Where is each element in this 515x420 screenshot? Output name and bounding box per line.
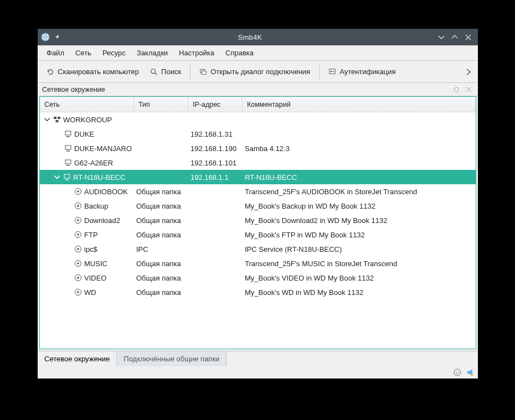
svg-point-18 [77,190,79,193]
expand-icon[interactable] [53,173,61,181]
share-icon [74,288,82,296]
svg-point-32 [77,291,79,293]
menu-resource[interactable]: Ресурс [97,46,131,59]
svg-rect-13 [65,160,71,164]
host-icon [63,173,71,181]
share-row-video[interactable]: VIDEO Общая папка My_Book's VIDEO in WD … [40,271,476,285]
maximize-button[interactable] [448,30,461,44]
host-comment: Samba 4.12.3 [243,144,476,153]
share-row-ftp[interactable]: FTP Общая папка My_Book's FTP in WD My B… [40,227,476,242]
host-row-duke-manjaro[interactable]: DUKE-MANJARO 192.168.1.190 Samba 4.12.3 [40,141,476,155]
share-row-music[interactable]: MUSIC Общая папка Transcend_25F's MUSIC … [40,256,476,271]
share-icon [74,260,82,267]
share-icon [74,188,82,195]
status-face-icon [454,369,461,376]
host-row-duke[interactable]: DUKE 192.168.1.31 [40,127,476,141]
share-icon [74,245,82,253]
tab-network-neighborhood[interactable]: Сетевое окружение [38,351,117,366]
col-comment[interactable]: Комментарий [243,97,476,112]
svg-rect-9 [65,131,71,135]
host-icon [64,159,72,167]
host-ip: 192.168.1.31 [188,130,243,138]
share-type: Общая папка [134,231,188,239]
svg-rect-6 [54,117,56,119]
minimize-button[interactable] [435,30,448,44]
host-comment: RT-N18U-BECC [243,173,476,182]
scan-button[interactable]: Сканировать компьютер [41,63,145,81]
host-row-rt-selected[interactable]: RT-N18U-BECC 192.168.1.1 RT-N18U-BECC [40,170,476,184]
share-type: Общая папка [134,274,188,282]
svg-point-30 [77,277,79,279]
scan-label: Сканировать компьютер [58,68,139,76]
close-button[interactable] [461,30,475,44]
svg-rect-12 [66,151,70,152]
svg-point-33 [454,369,461,376]
host-row-g62[interactable]: G62-A26ER 192.168.1.101 [40,155,476,170]
share-row-audiobook[interactable]: AUDIOBOOK Общая папка Transcend_25F's AU… [40,184,476,199]
share-name: MUSIC [84,260,107,268]
share-type: Общая папка [134,288,188,297]
share-row-wd[interactable]: WD Общая папка My_Book's WD in WD My Boo… [40,285,476,299]
host-icon [64,130,72,138]
share-comment: Transcend_25F's AUDIOBOOK in StoreJet Tr… [243,188,476,196]
share-name: Download2 [84,216,120,225]
menu-file[interactable]: Файл [41,46,70,59]
host-name: RT-N18U-BECC [73,173,125,182]
tab-mounted-shares[interactable]: Подключённые общие папки [117,351,226,366]
svg-rect-3 [202,71,207,74]
titlebar[interactable]: Smb4K [38,29,478,45]
panel-float-button[interactable] [451,85,461,95]
share-icon [74,216,82,224]
share-comment: My_Book's Backup in WD My Book 1132 [243,202,476,210]
svg-point-24 [77,234,79,236]
share-name: FTP [84,231,98,239]
host-name: DUKE-MANJARO [74,144,132,153]
pin-icon[interactable] [53,33,61,41]
share-row-backup[interactable]: Backup Общая папка My_Book's Backup in W… [40,199,476,213]
auth-button[interactable]: Аутентификация [323,63,401,81]
host-name: DUKE [74,130,94,138]
share-type: Общая папка [134,260,188,268]
share-name: AUDIOBOOK [84,188,128,196]
menu-settings[interactable]: Настройка [173,46,220,59]
toolbar-separator [319,65,320,79]
search-button[interactable]: Поиск [145,63,187,81]
col-network[interactable]: Сеть [40,97,134,112]
col-ip[interactable]: IP-адрес [188,97,243,112]
menu-bookmarks[interactable]: Закладки [131,46,173,59]
tree-body[interactable]: WORKGROUP DUKE 192.168.1.31 [40,112,476,349]
network-tree: Сеть Тип IP-адрес Комментарий WORKGROUP [39,96,476,349]
share-icon [74,274,82,282]
menubar: Файл Сеть Ресурс Закладки Настройка Спра… [38,45,478,61]
share-type: Общая папка [134,216,188,225]
share-name: WD [84,288,96,297]
svg-point-20 [77,205,79,207]
svg-point-34 [456,371,457,372]
share-comment: IPC Service (RT-N18U-BECC) [243,245,476,253]
share-row-ipc[interactable]: ipc$ IPC IPC Service (RT-N18U-BECC) [40,242,476,256]
menu-help[interactable]: Справка [220,46,259,59]
menu-network[interactable]: Сеть [70,46,97,59]
expand-icon[interactable] [43,116,51,123]
host-ip: 192.168.1.1 [188,173,243,182]
app-globe-icon [41,33,50,42]
svg-rect-10 [66,136,70,137]
panel-header: Сетевое окружение [38,83,478,96]
col-type[interactable]: Тип [134,97,188,112]
mount-dialog-button[interactable]: Открыть диалог подключения [194,63,316,81]
workgroup-name: WORKGROUP [63,116,112,124]
workgroup-row[interactable]: WORKGROUP [40,112,476,127]
bottom-tabs: Сетевое окружение Подключённые общие пап… [38,351,478,366]
share-comment: My_Book's Download2 in WD My Book 1132 [243,216,476,225]
share-row-download2[interactable]: Download2 Общая папка My_Book's Download… [40,213,476,227]
mount-icon [199,68,207,76]
svg-point-36 [471,374,473,376]
share-comment: My_Book's FTP in WD My Book 1132 [243,231,476,239]
share-name: ipc$ [84,245,97,253]
share-name: VIDEO [84,274,106,282]
panel-close-button[interactable] [463,85,473,95]
share-comment: My_Book's VIDEO in WD My Book 1132 [243,274,476,282]
toolbar-overflow-button[interactable] [462,63,475,81]
panel-title: Сетевое окружение [42,86,449,94]
svg-rect-8 [56,120,59,122]
